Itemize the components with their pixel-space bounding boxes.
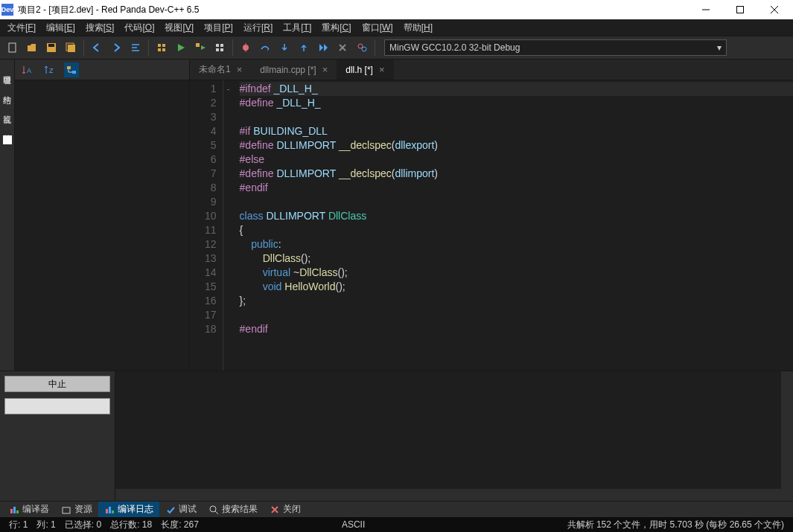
code-area[interactable]: #ifndef _DLL_H_#define _DLL_H_ #if BUILD… bbox=[234, 80, 793, 371]
code-line[interactable] bbox=[240, 110, 793, 124]
menu-s[interactable]: 搜索[S] bbox=[81, 20, 119, 36]
bottom-tab-0[interactable]: 编译器 bbox=[3, 501, 55, 517]
left-tab-2[interactable]: 监视 bbox=[0, 106, 14, 112]
svg-rect-30 bbox=[13, 507, 16, 513]
bottom-tab-2[interactable]: 编译日志 bbox=[98, 501, 159, 517]
stop-button[interactable] bbox=[333, 38, 352, 57]
bottom-tab-3[interactable]: 调试 bbox=[159, 501, 203, 517]
forward-button[interactable] bbox=[106, 38, 126, 57]
tree-view-icon[interactable] bbox=[64, 63, 79, 77]
close-button[interactable] bbox=[757, 0, 792, 19]
maximize-button[interactable] bbox=[723, 0, 757, 19]
close-icon[interactable]: × bbox=[322, 64, 328, 75]
rebuild-button[interactable] bbox=[210, 38, 229, 57]
new-file-button[interactable] bbox=[3, 38, 22, 57]
status-sel: 已选择: 0 bbox=[60, 519, 106, 531]
close-icon[interactable]: × bbox=[379, 64, 385, 75]
step-over-button[interactable] bbox=[255, 38, 275, 57]
tab-icon bbox=[104, 504, 115, 515]
code-line[interactable]: public: bbox=[240, 237, 793, 251]
window-title: 项目2 - [项目2.dev] - Red Panda Dev-C++ 6.5 bbox=[18, 4, 689, 16]
editor-tab-2[interactable]: dll.h [*]× bbox=[337, 60, 393, 80]
vertical-scrollbar[interactable] bbox=[781, 371, 793, 501]
run-button[interactable] bbox=[171, 38, 191, 57]
menu-c[interactable]: 重构[C] bbox=[317, 20, 355, 36]
editor-tab-1[interactable]: dllmain.cpp [*]× bbox=[251, 60, 337, 80]
compiler-combo[interactable]: MinGW GCC10.2.0 32-bit Debug ▾ bbox=[384, 39, 727, 56]
editor-panel: 未命名1×dllmain.cpp [*]×dll.h [*]× 12345678… bbox=[190, 60, 793, 371]
code-line[interactable]: class DLLIMPORT DllClass bbox=[240, 209, 793, 223]
code-line[interactable]: #endif bbox=[240, 181, 793, 195]
tab-label: 调试 bbox=[179, 503, 197, 516]
step-into-button[interactable] bbox=[275, 38, 294, 57]
code-line[interactable]: #ifndef _DLL_H_ bbox=[240, 82, 793, 96]
code-line[interactable] bbox=[240, 195, 793, 209]
code-line[interactable]: #define DLLIMPORT __declspec(dllexport) bbox=[240, 138, 793, 153]
sort-za-icon[interactable]: Z bbox=[42, 63, 57, 77]
tab-label: 关闭 bbox=[283, 503, 301, 516]
continue-button[interactable] bbox=[313, 38, 333, 57]
status-encoding: ASCII bbox=[337, 519, 369, 530]
code-line[interactable]: #else bbox=[240, 153, 793, 167]
tab-label: 搜索结果 bbox=[222, 503, 258, 516]
editor[interactable]: 123456789101112131415161718 - #ifndef _D… bbox=[190, 80, 793, 371]
menu-v[interactable]: 视图[V] bbox=[160, 20, 198, 36]
code-line[interactable]: }; bbox=[240, 294, 793, 308]
menu-t[interactable]: 工具[T] bbox=[278, 20, 316, 36]
code-line[interactable]: void HelloWorld(); bbox=[240, 280, 793, 294]
svg-rect-6 bbox=[48, 44, 54, 47]
watch-button[interactable] bbox=[352, 38, 372, 57]
tab-icon bbox=[61, 504, 71, 515]
minimize-button[interactable] bbox=[689, 0, 723, 19]
debug-button[interactable] bbox=[236, 38, 255, 57]
fold-column[interactable]: - bbox=[223, 80, 234, 371]
bottom-tab-5[interactable]: 关闭 bbox=[264, 501, 307, 517]
compile-button[interactable] bbox=[152, 38, 171, 57]
svg-rect-1 bbox=[737, 7, 744, 13]
code-line[interactable]: #define _DLL_H_ bbox=[240, 96, 793, 110]
tab-label: 未命名1 bbox=[199, 63, 231, 76]
menu-bar: 文件[F]编辑[E]搜索[S]代码[O]视图[V]项目[P]运行[R]工具[T]… bbox=[0, 19, 793, 36]
code-line[interactable]: #if BUILDING_DLL bbox=[240, 124, 793, 138]
open-button[interactable] bbox=[22, 38, 42, 57]
code-line[interactable]: #endif bbox=[240, 322, 793, 336]
watch-checkbox[interactable] bbox=[3, 135, 12, 144]
menu-p[interactable]: 项目[P] bbox=[200, 20, 238, 36]
editor-tab-0[interactable]: 未命名1× bbox=[190, 60, 251, 80]
left-tab-3[interactable]: 文件 bbox=[0, 125, 14, 131]
menu-r[interactable]: 运行[R] bbox=[239, 20, 277, 36]
menu-o[interactable]: 代码[O] bbox=[120, 20, 159, 36]
compile-log-area[interactable] bbox=[115, 371, 793, 501]
code-line[interactable] bbox=[240, 308, 793, 322]
lower-left: 中止 bbox=[0, 371, 115, 501]
save-button[interactable] bbox=[42, 38, 61, 57]
menu-h[interactable]: 帮助[H] bbox=[399, 20, 437, 36]
code-line[interactable]: virtual ~DllClass(); bbox=[240, 266, 793, 280]
step-out-button[interactable] bbox=[294, 38, 313, 57]
bottom-tab-4[interactable]: 搜索结果 bbox=[203, 501, 264, 517]
reformat-button[interactable] bbox=[126, 38, 145, 57]
back-button[interactable] bbox=[87, 38, 106, 57]
close-icon[interactable]: × bbox=[237, 64, 243, 75]
code-line[interactable]: DllClass(); bbox=[240, 251, 793, 266]
left-tab-1[interactable]: 结构 bbox=[0, 86, 14, 92]
side-body bbox=[15, 80, 189, 371]
code-line[interactable]: #define DLLIMPORT __declspec(dllimport) bbox=[240, 167, 793, 181]
compile-run-button[interactable] bbox=[191, 38, 210, 57]
stop-compile-button[interactable]: 中止 bbox=[4, 376, 110, 392]
status-parse-msg: 共解析 152 个文件，用时 5.703 秒 (每秒 26.65 个文件) bbox=[563, 519, 789, 531]
svg-text:Z: Z bbox=[49, 67, 54, 74]
code-line[interactable]: { bbox=[240, 223, 793, 237]
menu-f[interactable]: 文件[F] bbox=[3, 20, 40, 36]
bottom-tab-1[interactable]: 资源 bbox=[55, 501, 98, 517]
sort-az-icon[interactable]: A bbox=[19, 63, 34, 77]
status-col: 列: 1 bbox=[32, 519, 60, 531]
menu-e[interactable]: 编辑[E] bbox=[42, 20, 80, 36]
save-all-button[interactable] bbox=[61, 38, 80, 57]
toolbar: MinGW GCC10.2.0 32-bit Debug ▾ bbox=[0, 36, 793, 60]
horizontal-scrollbar[interactable] bbox=[115, 489, 781, 501]
lower-empty-button[interactable] bbox=[4, 398, 110, 414]
svg-rect-32 bbox=[63, 507, 70, 513]
left-tab-0[interactable]: 项目管理 bbox=[0, 67, 14, 73]
menu-w[interactable]: 窗口[W] bbox=[357, 20, 398, 36]
